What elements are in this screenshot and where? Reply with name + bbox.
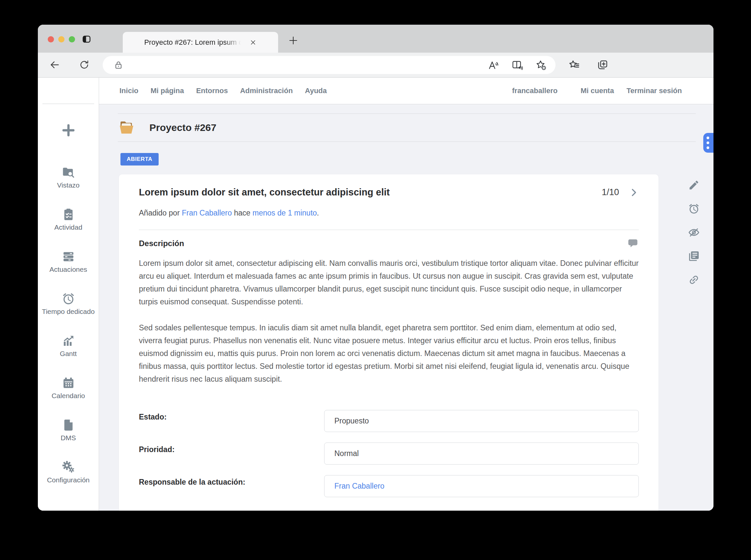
issue-fields: Estado: Propuesto Prioridad: Normal	[139, 410, 639, 497]
lock-icon	[114, 60, 123, 70]
field-label: Responsable de la actuación:	[139, 475, 324, 497]
issue-pager: 1/10	[601, 187, 639, 197]
traffic-lights	[48, 36, 75, 42]
close-window-button[interactable]	[48, 36, 54, 42]
issue-card: Lorem ipsum dolor sit amet, consectetur …	[119, 174, 658, 511]
description-heading: Descripción	[139, 239, 184, 248]
pencil-icon[interactable]	[688, 179, 700, 191]
app-sidebar: Vistazo Actividad Actuaciones	[38, 78, 99, 511]
chevron-right-icon[interactable]	[629, 187, 639, 197]
byline-prefix: Añadido por	[139, 208, 180, 217]
nav-ayuda[interactable]: Ayuda	[305, 86, 327, 95]
pager-count: 1/10	[601, 187, 619, 197]
refresh-icon[interactable]	[79, 59, 90, 71]
status-badge: ABIERTA	[120, 153, 159, 165]
responsable-link[interactable]: Fran Caballero	[334, 482, 384, 491]
minimize-window-button[interactable]	[58, 36, 64, 42]
sidebar-item-vistazo[interactable]: Vistazo	[38, 166, 99, 189]
nav-inicio[interactable]: Inicio	[119, 86, 138, 95]
field-label: Prioridad:	[139, 442, 324, 465]
add-new-icon[interactable]	[61, 122, 76, 138]
favorites-icon[interactable]	[568, 59, 580, 71]
zoom-window-button[interactable]	[69, 36, 75, 42]
field-row-estado: Estado: Propuesto	[139, 410, 639, 432]
app-frame: Vistazo Actividad Actuaciones	[38, 78, 713, 511]
gears-icon	[62, 461, 75, 474]
sidebar-item-label: Gantt	[60, 350, 77, 358]
nav-mi-cuenta[interactable]: Mi cuenta	[580, 86, 614, 95]
comment-bubble-icon[interactable]	[627, 238, 639, 249]
sidebar-item-label: Configuración	[47, 476, 90, 484]
byline-suffix: .	[317, 208, 319, 217]
prioridad-input[interactable]: Normal	[324, 442, 639, 465]
issue-title: Lorem ipsum dolor sit amet, consectetur …	[139, 187, 390, 198]
alarm-clock-icon	[62, 292, 75, 305]
app-nav: Inicio Mi página Entornos Administración…	[99, 78, 713, 104]
stacked-bars-icon	[62, 250, 75, 263]
copy-pages-icon[interactable]	[688, 251, 700, 262]
nav-username[interactable]: francaballero	[512, 86, 557, 95]
prioridad-value: Normal	[334, 449, 359, 458]
eye-off-icon[interactable]	[688, 227, 700, 238]
calendar-icon	[62, 376, 75, 389]
sidebar-item-label: Actuaciones	[50, 265, 87, 274]
add-favorite-icon[interactable]	[535, 59, 547, 71]
tab-strip: Proyecto #267: Lorem ipsum d	[38, 25, 713, 53]
open-folder-icon	[118, 120, 136, 136]
address-bar[interactable]	[103, 56, 555, 74]
field-row-responsable: Responsable de la actuación: Fran Caball…	[139, 475, 639, 497]
issue-byline: Añadido por Fran Caballero hace menos de…	[139, 208, 639, 218]
nav-administracion[interactable]: Administración	[240, 86, 293, 95]
menu-dot	[707, 137, 709, 139]
folder-search-icon	[62, 166, 75, 179]
sidebar-item-label: DMS	[61, 434, 76, 442]
sidebar-item-label: Vistazo	[57, 181, 80, 189]
nav-terminar-sesion[interactable]: Terminar sesión	[627, 86, 682, 95]
description-paragraph: Lorem ipsum dolor sit amet, consectetur …	[139, 257, 639, 308]
sidebar-toggle-icon[interactable]	[82, 35, 91, 44]
divider	[139, 229, 639, 230]
description-paragraph: Sed sodales pellentesque tempus. In iacu…	[139, 321, 639, 386]
sidebar-item-label: Actividad	[54, 223, 82, 231]
browser-tab[interactable]: Proyecto #267: Lorem ipsum d	[123, 32, 278, 53]
sidebar-item-actividad[interactable]: Actividad	[38, 208, 99, 231]
tab-close-icon[interactable]	[250, 39, 257, 46]
back-icon[interactable]	[49, 59, 60, 71]
sidebar-item-configuracion[interactable]: Configuración	[38, 461, 99, 484]
browser-toolbar	[38, 53, 713, 78]
estado-value: Propuesto	[334, 417, 369, 425]
content-area: Proyecto #267 ABIERTA Lorem ipsum dolor …	[99, 104, 713, 511]
document-icon	[62, 419, 75, 432]
sidebar-item-label: Calendario	[52, 392, 85, 400]
new-tab-icon[interactable]	[288, 35, 298, 46]
estado-input[interactable]: Propuesto	[324, 410, 639, 432]
menu-dot	[707, 146, 709, 149]
sidebar-item-calendario[interactable]: Calendario	[38, 376, 99, 400]
sidebar-item-gantt[interactable]: Gantt	[38, 334, 99, 358]
action-rail	[688, 179, 700, 286]
byline-author-link[interactable]: Fran Caballero	[182, 208, 232, 217]
sidebar-item-dms[interactable]: DMS	[38, 419, 99, 442]
nav-mi-pagina[interactable]: Mi página	[151, 86, 184, 95]
responsable-input[interactable]: Fran Caballero	[324, 475, 639, 497]
nav-entornos[interactable]: Entornos	[196, 86, 228, 95]
read-aloud-icon[interactable]	[488, 59, 499, 71]
project-header: Proyecto #267	[118, 114, 696, 142]
collections-icon[interactable]	[597, 59, 609, 71]
field-label: Estado:	[139, 410, 324, 432]
trend-chart-icon	[62, 334, 75, 347]
alarm-clock-icon[interactable]	[688, 203, 700, 215]
sidebar-item-label: Tiempo dedicado	[42, 308, 95, 316]
sidebar-item-actuaciones[interactable]: Actuaciones	[38, 250, 99, 274]
sidebar-divider	[42, 78, 94, 104]
browser-window: Proyecto #267: Lorem ipsum d	[38, 25, 713, 511]
clipboard-check-icon	[62, 208, 75, 221]
byline-time-link[interactable]: menos de 1 minuto	[252, 208, 317, 217]
project-title: Proyecto #267	[150, 122, 216, 133]
byline-middle: hace	[234, 208, 251, 217]
immersive-reader-icon[interactable]	[511, 59, 523, 71]
sidebar-item-tiempo-dedicado[interactable]: Tiempo dedicado	[38, 292, 99, 316]
edge-menu-button[interactable]	[703, 133, 713, 153]
field-row-prioridad: Prioridad: Normal	[139, 442, 639, 465]
link-icon[interactable]	[688, 274, 700, 286]
